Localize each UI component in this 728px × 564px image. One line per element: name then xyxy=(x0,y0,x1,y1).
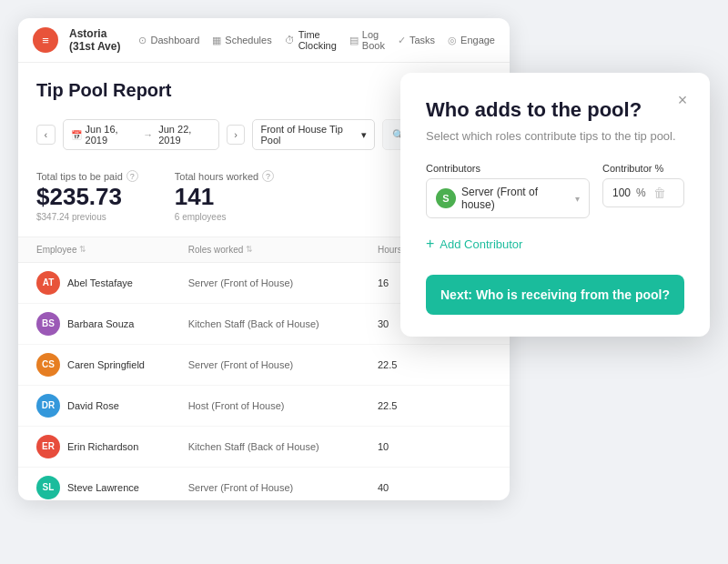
nav-item-dashboard[interactable]: ⊙ Dashboard xyxy=(138,35,199,46)
date-range-picker[interactable]: 📅 Jun 16, 2019 → Jun 22, 2019 xyxy=(63,119,219,150)
avatar: CS xyxy=(36,353,60,377)
contributors-label: Contributors xyxy=(426,163,590,174)
nav-label-log-book: Log Book xyxy=(362,29,385,51)
avatar: ER xyxy=(36,435,60,458)
role-text: Server (Front of House) xyxy=(188,277,378,288)
avatar: AT xyxy=(36,271,60,295)
hours-sub: 6 employees xyxy=(175,212,274,222)
dashboard-icon: ⊙ xyxy=(138,35,147,46)
tips-sub: $347.24 previous xyxy=(36,212,138,222)
hours-text: 22.5 xyxy=(378,400,491,411)
time-clocking-icon: ⏱ xyxy=(285,35,295,45)
nav-brand: Astoria (31st Ave) xyxy=(69,27,122,53)
contributor-name: Server (Front of house) xyxy=(461,186,570,211)
employee-name: Barbara Souza xyxy=(67,318,134,329)
nav-label-tasks: Tasks xyxy=(410,35,435,45)
modal-close-button[interactable]: × xyxy=(670,87,695,113)
nav-bar: ≡ Astoria (31st Ave) ⊙ Dashboard ▦ Sched… xyxy=(18,18,510,63)
employee-name: Caren Springfield xyxy=(67,359,145,370)
form-row: Contributors S Server (Front of house) ▾… xyxy=(426,163,684,218)
nav-label-engage: Engage xyxy=(460,35,495,45)
delete-contributor-button[interactable]: 🗑 xyxy=(652,186,668,200)
pool-chevron-icon: ▾ xyxy=(361,129,367,141)
tasks-icon: ✓ xyxy=(398,35,406,46)
hours-label: Total hours worked xyxy=(175,171,258,182)
nav-label-dashboard: Dashboard xyxy=(150,35,199,45)
employee-info: SL Steve Lawrence xyxy=(36,476,188,499)
modal-subtitle: Select which roles contribute tips to th… xyxy=(426,129,684,143)
tips-label: Total tips to be paid xyxy=(36,171,123,182)
employee-info: ER Erin Richardson xyxy=(36,435,188,458)
sort-roles-icon[interactable]: ⇅ xyxy=(246,245,253,254)
next-date-button[interactable]: › xyxy=(227,125,246,145)
employee-name: Abel Testafaye xyxy=(67,277,133,288)
sort-employee-icon[interactable]: ⇅ xyxy=(79,245,86,254)
schedules-icon: ▦ xyxy=(212,35,221,46)
pool-label: Front of House Tip Pool xyxy=(260,124,358,146)
date-end: Jun 22, 2019 xyxy=(158,124,211,146)
role-text: Host (Front of House) xyxy=(188,400,378,411)
col-header-employee: Employee ⇅ xyxy=(36,245,188,255)
percentage-group: Contributor % 100 % 🗑 xyxy=(602,163,684,218)
percent-value: 100 xyxy=(612,186,631,199)
nav-items: ⊙ Dashboard ▦ Schedules ⏱ Time Clocking … xyxy=(138,29,495,51)
engage-icon: ◎ xyxy=(448,35,457,46)
tips-info-icon[interactable]: ? xyxy=(126,170,138,182)
date-arrow: → xyxy=(143,129,153,140)
nav-item-log-book[interactable]: ▤ Log Book xyxy=(349,29,385,51)
hours-text: 22.5 xyxy=(378,359,491,370)
contributors-group: Contributors S Server (Front of house) ▾ xyxy=(426,163,590,218)
table-row[interactable]: ER Erin Richardson Kitchen Staff (Back o… xyxy=(18,427,510,468)
role-text: Kitchen Staff (Back of House) xyxy=(188,441,378,452)
page-title: Tip Pool Report xyxy=(36,80,172,101)
nav-item-schedules[interactable]: ▦ Schedules xyxy=(212,35,271,46)
contributor-select[interactable]: S Server (Front of house) ▾ xyxy=(426,178,590,218)
date-start: Jun 16, 2019 xyxy=(86,124,138,146)
table-row[interactable]: CS Caren Springfield Server (Front of Ho… xyxy=(18,345,510,386)
logo-icon[interactable]: ≡ xyxy=(33,27,58,53)
prev-date-button[interactable]: ‹ xyxy=(36,125,56,145)
modal-title: Who adds to the pool? xyxy=(426,98,684,122)
nav-item-engage[interactable]: ◎ Engage xyxy=(448,35,495,46)
pool-select[interactable]: Front of House Tip Pool ▾ xyxy=(252,119,375,150)
table-row[interactable]: DR David Rose Host (Front of House) 22.5 xyxy=(18,386,510,427)
hours-info-icon[interactable]: ? xyxy=(262,170,274,182)
nav-label-schedules: Schedules xyxy=(225,35,271,45)
employee-name: Erin Richardson xyxy=(67,441,138,452)
nav-item-time-clocking[interactable]: ⏱ Time Clocking xyxy=(285,29,337,51)
table-row[interactable]: SL Steve Lawrence Server (Front of House… xyxy=(18,468,510,500)
employee-info: AT Abel Testafaye xyxy=(36,271,188,295)
stat-tips: Total tips to be paid ? $235.73 $347.24 … xyxy=(36,170,138,222)
employee-name: David Rose xyxy=(67,400,119,411)
stat-hours: Total hours worked ? 141 6 employees xyxy=(175,170,274,222)
percent-input: 100 % 🗑 xyxy=(602,178,684,207)
nav-item-tasks[interactable]: ✓ Tasks xyxy=(398,35,435,46)
hours-value: 141 xyxy=(175,184,274,210)
role-text: Server (Front of House) xyxy=(188,482,378,493)
tips-value: $235.73 xyxy=(36,184,138,210)
nav-label-time-clocking: Time Clocking xyxy=(298,29,337,51)
next-button[interactable]: Next: Who is receiving from the pool? xyxy=(426,275,684,315)
employee-name: Steve Lawrence xyxy=(67,482,139,493)
avatar: DR xyxy=(36,394,60,418)
employee-info: DR David Rose xyxy=(36,394,188,418)
avatar: SL xyxy=(36,476,60,499)
hours-text: 40 xyxy=(378,482,491,493)
role-text: Kitchen Staff (Back of House) xyxy=(188,318,378,329)
add-contributor-button[interactable]: + Add Contributor xyxy=(426,231,522,257)
add-plus-icon: + xyxy=(426,237,434,251)
contributor-chevron-icon: ▾ xyxy=(575,194,580,204)
employee-info: BS Barbara Souza xyxy=(36,312,188,336)
percentage-label: Contributor % xyxy=(602,163,684,174)
modal-card: × Who adds to the pool? Select which rol… xyxy=(400,73,710,337)
role-text: Server (Front of House) xyxy=(188,359,378,370)
contributor-badge: S xyxy=(436,188,456,208)
log-book-icon: ▤ xyxy=(349,35,359,46)
calendar-icon: 📅 xyxy=(71,130,82,140)
avatar: BS xyxy=(36,312,60,336)
hours-text: 10 xyxy=(378,441,491,452)
employee-info: CS Caren Springfield xyxy=(36,353,188,377)
col-header-roles: Roles worked ⇅ xyxy=(188,245,378,255)
add-contributor-label: Add Contributor xyxy=(440,237,522,251)
percent-sign: % xyxy=(636,186,646,199)
